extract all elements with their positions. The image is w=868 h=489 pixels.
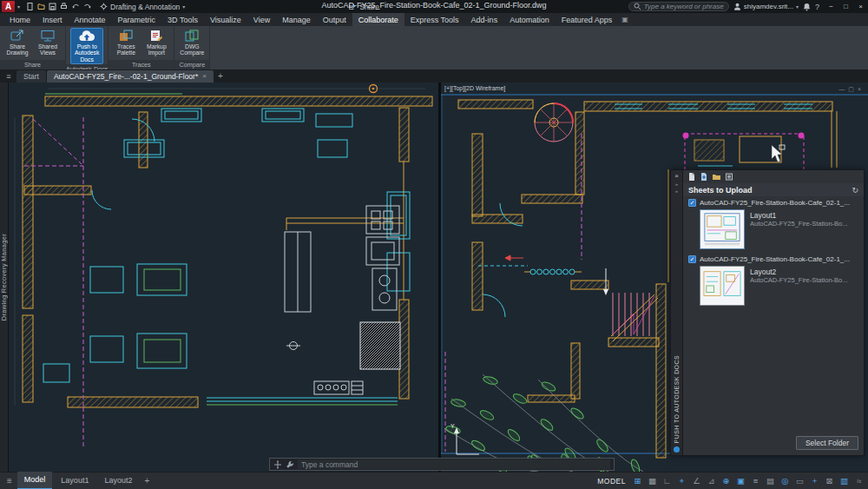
- tab-3d-tools[interactable]: 3D Tools: [161, 13, 204, 26]
- model-tab[interactable]: Model: [17, 472, 53, 489]
- command-input-field[interactable]: [298, 459, 610, 469]
- redo-icon[interactable]: [83, 3, 92, 10]
- tab-featured-apps[interactable]: Featured Apps: [556, 13, 619, 26]
- drawing-close-icon[interactable]: ×: [858, 86, 861, 93]
- tab-parametric[interactable]: Parametric: [112, 13, 162, 26]
- shared-views-button[interactable]: Shared Views: [34, 28, 62, 57]
- palette-title-strip[interactable]: × » » PUSH TO AUTODESK DOCS: [670, 169, 683, 456]
- sheet-list-icon[interactable]: [725, 172, 733, 182]
- select-folder-button[interactable]: Select Folder: [796, 436, 858, 450]
- folder-icon[interactable]: [712, 172, 721, 182]
- layout2-thumbnail[interactable]: [700, 266, 745, 306]
- layout-quick-menu-icon[interactable]: ≡: [3, 476, 16, 486]
- tab-manage[interactable]: Manage: [276, 13, 317, 26]
- transparency-icon[interactable]: ≡: [750, 476, 761, 486]
- account-menu[interactable]: shiyamdev.srit... ▾: [733, 3, 799, 10]
- tab-insert[interactable]: Insert: [36, 13, 69, 26]
- command-move-icon[interactable]: [273, 460, 282, 469]
- layout1-tab[interactable]: Layout1: [54, 472, 95, 489]
- drawing-tab-close-icon[interactable]: ×: [202, 70, 207, 83]
- dynamic-input-icon[interactable]: ▭: [794, 476, 806, 486]
- clean-screen-icon[interactable]: ≈: [853, 476, 865, 486]
- command-input[interactable]: [301, 460, 607, 469]
- new-layout-button[interactable]: +: [141, 476, 153, 486]
- file-tab-menu-icon[interactable]: ≡: [2, 70, 16, 83]
- drawing-tab[interactable]: AutoCAD-FY25_Fire-...-02-1_Ground-Floor*…: [47, 70, 214, 83]
- tab-view[interactable]: View: [247, 13, 276, 26]
- snap-toggle-icon[interactable]: ▦: [647, 476, 658, 486]
- search-input[interactable]: [644, 3, 724, 10]
- start-tab[interactable]: Start: [16, 70, 46, 83]
- annotation-scale-icon[interactable]: +: [809, 476, 820, 486]
- new-file-icon[interactable]: [26, 3, 34, 10]
- drawing-minimize-icon[interactable]: —: [838, 86, 845, 93]
- panel-label-compare[interactable]: Compare: [174, 60, 209, 69]
- command-customize-wrench-icon[interactable]: [286, 460, 294, 469]
- tab-collaborate[interactable]: Collaborate: [352, 13, 404, 26]
- maximize-button[interactable]: □: [838, 0, 853, 13]
- ortho-toggle-icon[interactable]: ∟: [661, 476, 673, 486]
- open-folder-icon[interactable]: [37, 3, 45, 10]
- model-space-canvas[interactable]: [+][Top][2D Wireframe]: [9, 83, 868, 472]
- close-button[interactable]: ×: [853, 0, 868, 13]
- command-line[interactable]: [269, 458, 615, 471]
- tab-automation[interactable]: Automation: [503, 13, 556, 26]
- panel-label-traces[interactable]: Traces: [108, 60, 174, 69]
- markup-import-button[interactable]: Markup Import: [142, 28, 170, 57]
- lineweight-icon[interactable]: ▣: [735, 476, 746, 486]
- annotation-monitor-icon[interactable]: ▥: [838, 476, 850, 486]
- new-drawing-tab-button[interactable]: +: [214, 70, 227, 83]
- workspace-switching-icon[interactable]: ⊠: [824, 476, 835, 486]
- tab-add-ins[interactable]: Add-ins: [465, 13, 504, 26]
- traces-palette-button[interactable]: Traces Palette: [112, 28, 140, 57]
- sheet-file-row[interactable]: ✓ AutoCAD-FY25_Fire-Station-Book-Cafe_02…: [688, 255, 858, 263]
- search-box[interactable]: [628, 2, 729, 11]
- refresh-icon[interactable]: ↻: [852, 186, 858, 195]
- minimize-button[interactable]: −: [824, 0, 838, 13]
- drawing-restore-icon[interactable]: ▢: [848, 86, 854, 93]
- dynamic-ucs-icon[interactable]: ◎: [779, 476, 791, 486]
- push-to-autodesk-docs-button[interactable]: Push to Autodesk Docs: [70, 28, 103, 64]
- tab-output[interactable]: Output: [317, 13, 352, 26]
- dwg-compare-button[interactable]: DWG Compare: [178, 28, 206, 57]
- left-viewport-drawing[interactable]: [9, 83, 438, 472]
- selection-cycling-icon[interactable]: ▤: [765, 476, 776, 486]
- notification-bell-icon[interactable]: [803, 3, 811, 11]
- object-snap-tracking-icon[interactable]: ⊿: [706, 476, 717, 486]
- ucs-y-label: Y: [450, 423, 455, 429]
- left-viewport[interactable]: [9, 83, 438, 472]
- tab-visualize[interactable]: Visualize: [204, 13, 247, 26]
- layout2-tab[interactable]: Layout2: [97, 472, 139, 489]
- object-snap-icon[interactable]: ⊕: [720, 476, 732, 486]
- cursor-arrow: [772, 145, 785, 162]
- share-drawing-button[interactable]: Share Drawing: [3, 28, 31, 57]
- sheet-file-row[interactable]: ✓ AutoCAD-FY25_Fire-Station-Book-Cafe_02…: [688, 199, 858, 207]
- panel-label-share[interactable]: Share: [0, 60, 65, 69]
- polar-tracking-icon[interactable]: ⌖: [676, 476, 687, 486]
- layout1-thumbnail[interactable]: [700, 209, 745, 249]
- workspace-switcher[interactable]: Drafting & Annotation ▾: [100, 3, 185, 11]
- model-space-indicator[interactable]: MODEL: [597, 477, 626, 486]
- help-icon[interactable]: ?: [815, 3, 819, 11]
- palette-autohide-icon[interactable]: »: [675, 182, 678, 187]
- drawing-recovery-manager-strip[interactable]: Drawing Recovery Manager: [0, 83, 9, 472]
- undo-icon[interactable]: [71, 3, 80, 10]
- isodraft-icon[interactable]: ∠: [691, 476, 702, 486]
- print-icon[interactable]: [60, 3, 68, 10]
- sheet-doc-icon[interactable]: [687, 172, 696, 182]
- save-icon[interactable]: [49, 3, 56, 10]
- app-logo[interactable]: A: [2, 1, 15, 12]
- palette-close-icon[interactable]: ×: [674, 172, 679, 180]
- app-menu-caret[interactable]: ▾: [17, 3, 20, 10]
- add-sheet-icon[interactable]: [700, 172, 708, 182]
- viewport-label[interactable]: [+][Top][2D Wireframe]: [444, 85, 505, 92]
- sheet-checkbox[interactable]: ✓: [688, 199, 696, 207]
- tab-express-tools[interactable]: Express Tools: [404, 13, 465, 26]
- palette-properties-icon[interactable]: »: [675, 188, 678, 194]
- workspace: Drawing Recovery Manager: [0, 83, 868, 472]
- tab-home[interactable]: Home: [3, 13, 36, 26]
- grid-toggle-icon[interactable]: ⊞: [632, 476, 643, 486]
- tab-annotate[interactable]: Annotate: [69, 13, 112, 26]
- ribbon-display-toggle-icon[interactable]: ▣: [621, 13, 628, 26]
- sheet-checkbox[interactable]: ✓: [688, 255, 696, 263]
